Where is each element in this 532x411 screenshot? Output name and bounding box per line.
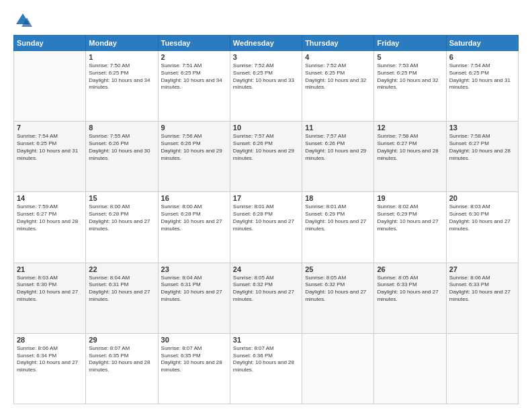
calendar-cell: 26Sunrise: 8:05 AMSunset: 6:33 PMDayligh…	[374, 263, 446, 333]
day-info: Sunrise: 8:04 AMSunset: 6:31 PMDaylight:…	[89, 275, 154, 304]
calendar-cell: 20Sunrise: 8:03 AMSunset: 6:30 PMDayligh…	[446, 192, 518, 263]
day-info: Sunrise: 7:58 AMSunset: 6:27 PMDaylight:…	[377, 133, 443, 162]
weekday-header-row: SundayMondayTuesdayWednesdayThursdayFrid…	[14, 36, 519, 51]
calendar-cell: 12Sunrise: 7:58 AMSunset: 6:27 PMDayligh…	[374, 122, 446, 192]
day-info: Sunrise: 8:07 AMSunset: 6:35 PMDaylight:…	[89, 345, 154, 374]
day-info: Sunrise: 7:55 AMSunset: 6:26 PMDaylight:…	[89, 133, 154, 162]
calendar-cell: 2Sunrise: 7:51 AMSunset: 6:25 PMDaylight…	[158, 51, 230, 122]
calendar-cell: 4Sunrise: 7:52 AMSunset: 6:25 PMDaylight…	[302, 51, 374, 122]
day-number: 27	[449, 265, 515, 273]
day-number: 9	[161, 124, 227, 132]
calendar-cell: 25Sunrise: 8:05 AMSunset: 6:32 PMDayligh…	[302, 263, 374, 333]
day-number: 31	[233, 336, 299, 344]
day-number: 21	[17, 265, 83, 273]
day-number: 3	[233, 53, 299, 61]
day-number: 17	[233, 194, 299, 202]
day-info: Sunrise: 8:00 AMSunset: 6:28 PMDaylight:…	[161, 203, 227, 232]
day-number: 11	[305, 124, 371, 132]
day-number: 19	[377, 194, 443, 202]
calendar-cell: 30Sunrise: 8:07 AMSunset: 6:35 PMDayligh…	[158, 333, 230, 404]
weekday-header-thursday: Thursday	[302, 36, 374, 51]
calendar-cell: 17Sunrise: 8:01 AMSunset: 6:28 PMDayligh…	[230, 192, 302, 263]
day-number: 30	[161, 336, 227, 344]
calendar-week-row: 14Sunrise: 7:59 AMSunset: 6:27 PMDayligh…	[14, 192, 519, 263]
day-number: 5	[377, 53, 443, 61]
calendar-cell: 23Sunrise: 8:04 AMSunset: 6:31 PMDayligh…	[158, 263, 230, 333]
day-number: 2	[161, 53, 227, 61]
day-info: Sunrise: 8:00 AMSunset: 6:28 PMDaylight:…	[89, 203, 154, 232]
day-info: Sunrise: 7:57 AMSunset: 6:26 PMDaylight:…	[233, 133, 299, 162]
calendar-cell: 14Sunrise: 7:59 AMSunset: 6:27 PMDayligh…	[14, 192, 86, 263]
weekday-header-saturday: Saturday	[446, 36, 518, 51]
calendar-cell	[302, 333, 374, 404]
calendar-cell	[374, 333, 446, 404]
weekday-header-friday: Friday	[374, 36, 446, 51]
calendar-cell: 31Sunrise: 8:07 AMSunset: 6:36 PMDayligh…	[230, 333, 302, 404]
day-number: 26	[377, 265, 443, 273]
calendar-cell: 3Sunrise: 7:52 AMSunset: 6:25 PMDaylight…	[230, 51, 302, 122]
day-info: Sunrise: 8:01 AMSunset: 6:29 PMDaylight:…	[305, 203, 371, 232]
day-info: Sunrise: 8:07 AMSunset: 6:35 PMDaylight:…	[161, 345, 227, 374]
day-number: 1	[89, 53, 154, 61]
day-number: 6	[449, 53, 515, 61]
day-info: Sunrise: 8:03 AMSunset: 6:30 PMDaylight:…	[17, 275, 83, 304]
day-info: Sunrise: 7:52 AMSunset: 6:25 PMDaylight:…	[233, 62, 299, 91]
day-info: Sunrise: 8:06 AMSunset: 6:33 PMDaylight:…	[449, 275, 515, 304]
weekday-header-monday: Monday	[86, 36, 158, 51]
calendar-cell: 10Sunrise: 7:57 AMSunset: 6:26 PMDayligh…	[230, 122, 302, 192]
day-number: 16	[161, 194, 227, 202]
day-number: 23	[161, 265, 227, 273]
calendar-table: SundayMondayTuesdayWednesdayThursdayFrid…	[13, 35, 519, 404]
day-number: 20	[449, 194, 515, 202]
calendar-cell	[446, 333, 518, 404]
day-info: Sunrise: 8:01 AMSunset: 6:28 PMDaylight:…	[233, 203, 299, 232]
calendar-cell: 6Sunrise: 7:54 AMSunset: 6:25 PMDaylight…	[446, 51, 518, 122]
calendar-cell: 11Sunrise: 7:57 AMSunset: 6:26 PMDayligh…	[302, 122, 374, 192]
day-info: Sunrise: 7:52 AMSunset: 6:25 PMDaylight:…	[305, 62, 371, 91]
day-number: 10	[233, 124, 299, 132]
calendar-cell: 13Sunrise: 7:58 AMSunset: 6:27 PMDayligh…	[446, 122, 518, 192]
calendar-cell: 1Sunrise: 7:50 AMSunset: 6:25 PMDaylight…	[86, 51, 158, 122]
day-number: 18	[305, 194, 371, 202]
weekday-header-sunday: Sunday	[14, 36, 86, 51]
day-number: 29	[89, 336, 154, 344]
calendar-cell: 9Sunrise: 7:56 AMSunset: 6:26 PMDaylight…	[158, 122, 230, 192]
calendar-cell: 18Sunrise: 8:01 AMSunset: 6:29 PMDayligh…	[302, 192, 374, 263]
calendar-cell: 5Sunrise: 7:53 AMSunset: 6:25 PMDaylight…	[374, 51, 446, 122]
calendar-week-row: 28Sunrise: 8:06 AMSunset: 6:34 PMDayligh…	[14, 333, 519, 404]
calendar-cell: 8Sunrise: 7:55 AMSunset: 6:26 PMDaylight…	[86, 122, 158, 192]
day-info: Sunrise: 7:58 AMSunset: 6:27 PMDaylight:…	[449, 133, 515, 162]
day-number: 8	[89, 124, 154, 132]
day-info: Sunrise: 8:05 AMSunset: 6:33 PMDaylight:…	[377, 275, 443, 304]
weekday-header-wednesday: Wednesday	[230, 36, 302, 51]
logo	[13, 11, 35, 30]
header	[13, 11, 519, 30]
page: SundayMondayTuesdayWednesdayThursdayFrid…	[0, 0, 532, 411]
day-number: 24	[233, 265, 299, 273]
calendar-cell: 27Sunrise: 8:06 AMSunset: 6:33 PMDayligh…	[446, 263, 518, 333]
logo-icon	[13, 11, 32, 30]
calendar-week-row: 21Sunrise: 8:03 AMSunset: 6:30 PMDayligh…	[14, 263, 519, 333]
calendar-cell: 19Sunrise: 8:02 AMSunset: 6:29 PMDayligh…	[374, 192, 446, 263]
day-info: Sunrise: 8:04 AMSunset: 6:31 PMDaylight:…	[161, 275, 227, 304]
day-number: 15	[89, 194, 154, 202]
day-number: 12	[377, 124, 443, 132]
day-number: 4	[305, 53, 371, 61]
calendar-cell: 28Sunrise: 8:06 AMSunset: 6:34 PMDayligh…	[14, 333, 86, 404]
calendar-header: SundayMondayTuesdayWednesdayThursdayFrid…	[14, 36, 519, 51]
day-info: Sunrise: 7:59 AMSunset: 6:27 PMDaylight:…	[17, 203, 83, 232]
day-info: Sunrise: 7:56 AMSunset: 6:26 PMDaylight:…	[161, 133, 227, 162]
day-number: 14	[17, 194, 83, 202]
day-info: Sunrise: 7:51 AMSunset: 6:25 PMDaylight:…	[161, 62, 227, 91]
day-info: Sunrise: 8:03 AMSunset: 6:30 PMDaylight:…	[449, 203, 515, 232]
calendar-cell: 16Sunrise: 8:00 AMSunset: 6:28 PMDayligh…	[158, 192, 230, 263]
calendar-cell: 22Sunrise: 8:04 AMSunset: 6:31 PMDayligh…	[86, 263, 158, 333]
calendar-week-row: 1Sunrise: 7:50 AMSunset: 6:25 PMDaylight…	[14, 51, 519, 122]
day-info: Sunrise: 8:06 AMSunset: 6:34 PMDaylight:…	[17, 345, 83, 374]
day-info: Sunrise: 7:57 AMSunset: 6:26 PMDaylight:…	[305, 133, 371, 162]
day-info: Sunrise: 7:54 AMSunset: 6:25 PMDaylight:…	[449, 62, 515, 91]
calendar-cell: 29Sunrise: 8:07 AMSunset: 6:35 PMDayligh…	[86, 333, 158, 404]
day-info: Sunrise: 7:54 AMSunset: 6:25 PMDaylight:…	[17, 133, 83, 162]
calendar-cell: 21Sunrise: 8:03 AMSunset: 6:30 PMDayligh…	[14, 263, 86, 333]
weekday-header-tuesday: Tuesday	[158, 36, 230, 51]
